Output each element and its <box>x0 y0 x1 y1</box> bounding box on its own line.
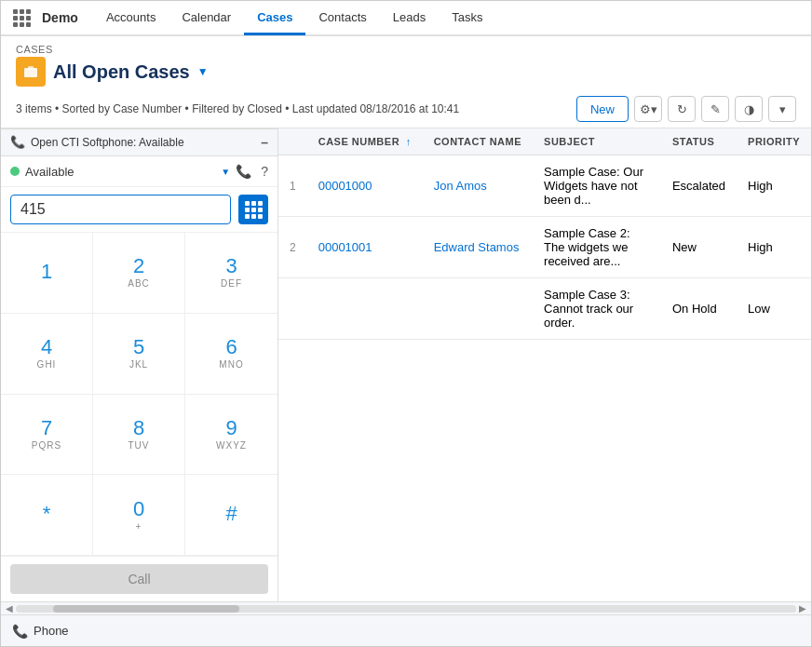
key-5[interactable]: 5 JKL <box>93 314 185 395</box>
priority-3: Low <box>737 278 811 340</box>
table-row: 2 00001001 Edward Stamos Sample Case 2: … <box>278 217 811 278</box>
toolbar-info: 3 items • Sorted by Case Number • Filter… <box>16 102 459 115</box>
phone-bar-label: Phone <box>34 624 69 638</box>
key-0[interactable]: 0 + <box>93 475 185 556</box>
refresh-button[interactable]: ↻ <box>668 96 696 122</box>
priority-1: High <box>737 155 811 217</box>
nav-tab-cases[interactable]: Cases <box>244 2 305 35</box>
nav-tabs: Accounts Calendar Cases Contacts Leads T… <box>93 1 496 34</box>
cti-minimize-button[interactable]: – <box>261 136 268 149</box>
cti-help-icon[interactable]: ? <box>261 164 268 179</box>
col-case-number[interactable]: CASE NUMBER ↑ <box>307 128 423 155</box>
phone-bar[interactable]: 📞 Phone <box>1 614 811 646</box>
cti-title: Open CTI Softphone: Available <box>31 136 261 149</box>
svg-rect-1 <box>28 66 34 70</box>
contact-name-3 <box>423 278 533 340</box>
cti-status-row: Available ▼ 📞 ? <box>1 156 277 187</box>
refresh-icon: ↻ <box>677 102 687 116</box>
gear-icon: ⚙ <box>640 102 651 116</box>
scroll-right-arrow[interactable]: ▶ <box>796 603 809 613</box>
main-panel: CASE NUMBER ↑ CONTACT NAME SUBJECT STATU… <box>278 128 811 601</box>
key-hash[interactable]: # <box>185 475 277 556</box>
keypad-toggle-button[interactable] <box>238 195 268 224</box>
app-container: Demo Accounts Calendar Cases Contacts Le… <box>0 0 812 647</box>
contact-name-2[interactable]: Edward Stamos <box>423 217 533 278</box>
col-contact-name[interactable]: CONTACT NAME <box>423 128 533 155</box>
col-subject[interactable]: SUBJECT <box>533 128 661 155</box>
cases-icon <box>16 57 46 87</box>
scroll-left-arrow[interactable]: ◀ <box>3 603 16 613</box>
key-8[interactable]: 8 TUV <box>93 395 185 476</box>
col-priority[interactable]: PRIORITY <box>737 128 811 155</box>
cti-phone-icon: 📞 <box>10 135 25 150</box>
case-number-1[interactable]: 00001000 <box>307 155 423 217</box>
key-9[interactable]: 9 WXYZ <box>185 395 277 476</box>
edit-button[interactable]: ✎ <box>701 96 729 122</box>
nav-tab-accounts[interactable]: Accounts <box>93 2 169 35</box>
title-dropdown-arrow[interactable]: ▼ <box>197 65 209 78</box>
dial-input[interactable] <box>10 195 231 224</box>
new-button[interactable]: New <box>576 96 629 122</box>
table-row: Sample Case 3: Cannot track our order. O… <box>278 278 811 340</box>
priority-2: High <box>737 217 811 278</box>
subject-1: Sample Case: Our Widgets have not been d… <box>533 155 661 217</box>
app-brand: Demo <box>42 10 78 25</box>
cti-icons: 📞 ? <box>236 164 268 179</box>
nav-tab-calendar[interactable]: Calendar <box>169 2 244 35</box>
nav-tab-leads[interactable]: Leads <box>380 2 439 35</box>
page-title-row: All Open Cases ▼ <box>16 57 796 87</box>
page-title: All Open Cases <box>53 61 190 83</box>
filter-icon: ▾ <box>779 102 786 116</box>
breadcrumb: CASES <box>16 44 796 55</box>
cti-header: 📞 Open CTI Softphone: Available – <box>1 129 277 156</box>
app-grid-icon[interactable] <box>8 5 34 31</box>
scroll-track[interactable] <box>16 605 796 613</box>
key-2[interactable]: 2 ABC <box>93 233 185 314</box>
grid-dots-icon <box>13 9 31 27</box>
table-area: 📞 Open CTI Softphone: Available – Availa… <box>1 128 811 601</box>
key-3[interactable]: 3 DEF <box>185 233 277 314</box>
status-dot <box>10 167 20 176</box>
settings-button[interactable]: ⚙▾ <box>634 96 662 122</box>
dial-input-row <box>1 187 277 233</box>
cti-status-dropdown[interactable]: ▼ <box>221 167 230 177</box>
bottom-scrollbar[interactable]: ◀ ▶ <box>1 601 811 614</box>
cti-status-text: Available <box>25 165 215 179</box>
key-6[interactable]: 6 MNO <box>185 314 277 395</box>
key-7[interactable]: 7 PQRS <box>1 395 93 476</box>
call-button[interactable]: Call <box>10 564 268 594</box>
col-status[interactable]: STATUS <box>661 128 737 155</box>
filter-button[interactable]: ▾ <box>768 96 796 122</box>
row-num-3 <box>278 278 307 340</box>
row-num-1: 1 <box>278 155 307 217</box>
toolbar-actions: New ⚙▾ ↻ ✎ ◑ ▾ <box>576 96 796 122</box>
table-row: 1 00001000 Jon Amos Sample Case: Our Wid… <box>278 155 811 217</box>
cti-phone-call-icon[interactable]: 📞 <box>236 164 251 179</box>
status-2: New <box>661 217 737 278</box>
main-content: CASES All Open Cases ▼ 3 items • Sorted … <box>1 36 811 646</box>
chart-button[interactable]: ◑ <box>735 96 763 122</box>
contact-name-1[interactable]: Jon Amos <box>423 155 533 217</box>
table-header-row: CASE NUMBER ↑ CONTACT NAME SUBJECT STATU… <box>278 128 811 155</box>
col-num <box>278 128 307 155</box>
toolbar-row: 3 items • Sorted by Case Number • Filter… <box>1 90 811 128</box>
status-3: On Hold <box>661 278 737 340</box>
keypad-dots-icon <box>245 201 263 219</box>
keypad: 1 2 ABC 3 DEF 4 GHI <box>1 233 277 557</box>
scroll-thumb[interactable] <box>53 605 239 613</box>
row-num-2: 2 <box>278 217 307 278</box>
page-header: CASES All Open Cases ▼ <box>1 36 811 90</box>
key-4[interactable]: 4 GHI <box>1 314 93 395</box>
cti-panel: 📞 Open CTI Softphone: Available – Availa… <box>1 128 278 601</box>
subject-2: Sample Case 2: The widgets we received a… <box>533 217 661 278</box>
phone-bar-icon: 📞 <box>12 624 28 639</box>
key-1[interactable]: 1 <box>1 233 93 314</box>
top-nav: Demo Accounts Calendar Cases Contacts Le… <box>1 1 811 36</box>
pencil-icon: ✎ <box>710 102 721 116</box>
case-number-2[interactable]: 00001001 <box>307 217 423 278</box>
nav-tab-contacts[interactable]: Contacts <box>305 2 379 35</box>
key-star[interactable]: * <box>1 475 93 556</box>
case-number-3 <box>307 278 423 340</box>
sort-arrow-icon: ↑ <box>406 136 412 147</box>
nav-tab-tasks[interactable]: Tasks <box>439 2 495 35</box>
